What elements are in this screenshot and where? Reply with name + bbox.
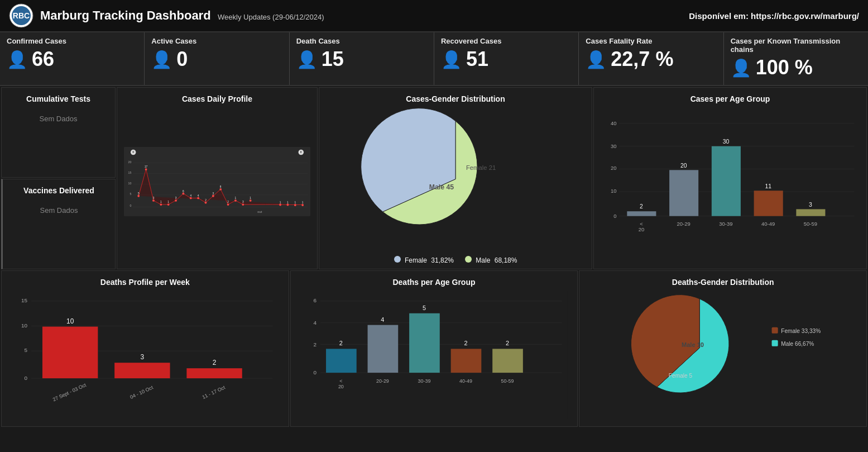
stat-death-value: 👤 15 [296, 47, 427, 71]
svg-text:15: 15 [128, 171, 132, 174]
svg-text:II: II [300, 151, 302, 154]
header: RBC Marburg Tracking Dashboard Weekly Up… [0, 0, 868, 32]
svg-point-56 [301, 204, 304, 206]
svg-text:10: 10 [21, 322, 28, 329]
svg-rect-115 [326, 349, 357, 373]
svg-text:Male 10: Male 10 [682, 341, 704, 348]
stat-recovered-label: Recovered Cases [441, 37, 572, 45]
svg-point-32 [190, 197, 192, 199]
svg-text:20: 20 [338, 384, 344, 389]
svg-text:1: 1 [235, 197, 237, 199]
svg-point-40 [219, 188, 222, 191]
age-group-panel: Cases per Age Group 40 30 20 10 0 2 < 20… [593, 87, 867, 269]
stat-death: Death Cases 👤 15 [290, 32, 434, 85]
svg-point-26 [167, 203, 170, 206]
svg-point-52 [287, 204, 289, 206]
svg-rect-76 [669, 170, 698, 216]
svg-text:<: < [339, 378, 342, 384]
svg-point-38 [212, 195, 214, 197]
svg-point-44 [234, 199, 237, 202]
svg-point-24 [160, 203, 162, 206]
svg-text:2: 2 [227, 201, 229, 203]
male-legend-dot [465, 256, 472, 263]
svg-text:17: 17 [145, 165, 148, 168]
svg-rect-3 [124, 147, 310, 216]
header-title-group: Marburg Tracking Dashboard Weekly Update… [40, 8, 324, 23]
svg-text:0: 0 [25, 375, 28, 381]
stat-recovered-value: 👤 51 [441, 47, 572, 71]
svg-text:2: 2 [640, 203, 643, 210]
svg-text:2: 2 [213, 359, 217, 367]
svg-point-18 [137, 195, 140, 197]
stat-confirmed-value: 👤 66 [7, 47, 137, 71]
gender-distribution-panel: Cases-Gender Distribution Male 45 Female… [319, 87, 592, 269]
svg-text:1: 1 [167, 201, 169, 203]
svg-text:0: 0 [613, 213, 616, 219]
daily-profile-title: Cases Daily Profile [124, 94, 310, 103]
svg-point-28 [175, 199, 177, 202]
stat-transmission: Cases per Known Transmission chains 👤 10… [724, 32, 868, 85]
vaccines-title: Vaccines Delivered [9, 186, 108, 195]
svg-text:1: 1 [287, 201, 289, 204]
svg-rect-97 [42, 327, 98, 378]
svg-text:20: 20 [611, 165, 617, 171]
svg-text:Female 21: Female 21 [466, 164, 496, 171]
svg-text:3: 3 [242, 201, 244, 203]
stat-fatality-value: 👤 22,7 % [586, 47, 716, 71]
death-icon: 👤 [296, 50, 317, 69]
app-title: Marburg Tracking Dashboard [40, 8, 211, 22]
gender-legend: Female 31,82% Male 68,18% [326, 256, 585, 264]
svg-text:5: 5 [138, 192, 140, 195]
svg-rect-122 [409, 313, 440, 373]
svg-text:2: 2 [339, 340, 342, 346]
svg-text:II: II [132, 151, 134, 154]
svg-text:20: 20 [128, 160, 132, 164]
vaccines-panel: Vaccines Delivered Sem Dados [1, 179, 116, 269]
svg-rect-101 [186, 368, 242, 378]
svg-point-20 [145, 168, 147, 170]
svg-text:1: 1 [302, 201, 304, 204]
svg-text:3: 3 [175, 197, 177, 199]
svg-text:out: out [257, 210, 262, 213]
svg-rect-133 [772, 327, 778, 334]
svg-text:30: 30 [723, 139, 730, 145]
svg-text:3: 3 [213, 192, 214, 195]
bottom-row: Deaths Profile per Week 15 10 5 0 10 3 2… [0, 270, 868, 428]
svg-point-48 [250, 199, 252, 202]
left-panels: Cumulative Tests Sem Dados Vaccines Deli… [1, 87, 116, 269]
svg-text:20: 20 [639, 226, 645, 232]
svg-rect-79 [712, 146, 741, 216]
svg-text:3: 3 [141, 353, 145, 361]
male-legend-label: Male [476, 256, 490, 264]
svg-text:2: 2 [506, 340, 509, 346]
svg-point-30 [182, 193, 184, 195]
svg-text:20-29: 20-29 [376, 378, 389, 384]
svg-text:6: 6 [183, 190, 184, 193]
header-url: Disponível em: https://rbc.gov.rw/marbur… [689, 11, 859, 21]
svg-rect-128 [492, 349, 523, 373]
deaths-gender-title: Deaths-Gender Distribution [586, 278, 860, 287]
svg-text:10: 10 [66, 317, 74, 325]
svg-text:1: 1 [250, 197, 251, 199]
svg-text:10: 10 [611, 188, 617, 194]
svg-text:11: 11 [765, 183, 771, 189]
svg-text:Female 5: Female 5 [669, 373, 693, 379]
svg-rect-72 [627, 211, 656, 216]
svg-text:5: 5 [423, 304, 426, 311]
stat-confirmed: Confirmed Cases 👤 66 [0, 32, 145, 85]
svg-text:50-59: 50-59 [501, 378, 514, 384]
transmission-icon: 👤 [731, 58, 751, 78]
svg-point-22 [152, 199, 155, 202]
female-legend-dot [394, 256, 401, 263]
deaths-profile-chart: 15 10 5 0 10 3 2 27 Sept - 03 Oct 04 - 1… [8, 291, 282, 419]
stat-transmission-value: 👤 100 % [731, 56, 861, 79]
active-icon: 👤 [151, 50, 172, 69]
stats-row: Confirmed Cases 👤 66 Active Cases 👤 0 De… [0, 32, 868, 86]
stat-active-value: 👤 0 [151, 47, 282, 71]
male-legend-pct: 68,18% [495, 256, 517, 264]
deaths-profile-panel: Deaths Profile per Week 15 10 5 0 10 3 2… [1, 270, 289, 427]
deaths-gender-chart: Male 10 Female 5 Female 33,33% Male 66,6… [586, 291, 860, 405]
svg-text:5: 5 [130, 192, 131, 196]
svg-point-50 [279, 204, 281, 206]
svg-text:Female 33,33%: Female 33,33% [781, 328, 821, 334]
